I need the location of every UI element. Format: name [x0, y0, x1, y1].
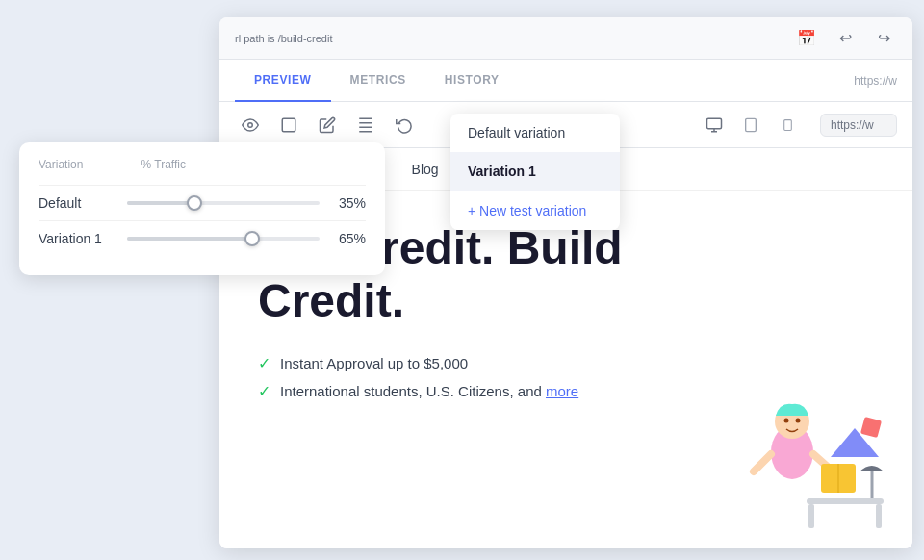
col-traffic: % Traffic — [141, 158, 185, 171]
edit-icon[interactable] — [312, 110, 343, 140]
default-slider[interactable] — [127, 201, 320, 205]
dropdown-menu: Default variation Variation 1 + New test… — [450, 114, 620, 230]
variation1-slider[interactable] — [127, 237, 320, 241]
nav-blog[interactable]: Blog — [412, 162, 439, 177]
svg-rect-23 — [876, 504, 882, 528]
tab-preview[interactable]: PREVIEW — [235, 60, 331, 102]
tab-history[interactable]: HISTORY — [425, 60, 519, 102]
layout-icon[interactable] — [350, 110, 381, 140]
svg-point-26 — [796, 419, 801, 423]
dropdown-variation1[interactable]: Variation 1 — [450, 152, 620, 191]
undo2-icon[interactable] — [389, 110, 420, 140]
undo-icon[interactable]: ↩ — [832, 25, 859, 52]
svg-point-25 — [784, 419, 789, 423]
svg-rect-1 — [282, 118, 295, 132]
feature-1: ✓ Instant Approval up to $5,000 — [258, 354, 874, 372]
svg-rect-21 — [807, 498, 884, 504]
panel-row-variation1: Variation 1 65% — [38, 220, 366, 256]
row-v1-name: Variation 1 — [38, 231, 116, 246]
dropdown-default[interactable]: Default variation — [450, 114, 620, 152]
select-icon[interactable] — [273, 110, 304, 140]
feature-text-2: International students, U.S. Citizens, a… — [280, 383, 578, 399]
editor-window: rl path is /build-credit 📅 ↩ ↪ PREVIEW M… — [219, 17, 912, 548]
feature-more-link[interactable]: more — [546, 383, 578, 399]
row-default-name: Default — [38, 195, 116, 211]
tab-url-text: https://w — [854, 74, 912, 88]
tablet-icon[interactable] — [735, 110, 766, 140]
svg-point-0 — [248, 122, 253, 127]
dropdown-new-variation[interactable]: + New test variation — [450, 191, 620, 230]
illustration — [720, 385, 893, 539]
top-toolbar: rl path is /build-credit 📅 ↩ ↪ — [219, 17, 912, 60]
calendar-icon[interactable]: 📅 — [793, 25, 820, 52]
redo-icon[interactable]: ↪ — [870, 25, 897, 52]
check-icon-2: ✓ — [258, 382, 270, 400]
tab-metrics[interactable]: METRICS — [331, 60, 425, 102]
mobile-icon[interactable] — [772, 110, 803, 140]
feature-text-1: Instant Approval up to $5,000 — [280, 355, 468, 371]
svg-rect-22 — [808, 504, 814, 528]
svg-rect-9 — [746, 118, 757, 131]
variation-panel: Variation % Traffic Default 35% Variatio… — [19, 142, 385, 275]
row-default-pct: 35% — [331, 195, 366, 211]
eye-icon[interactable] — [235, 110, 266, 140]
svg-rect-6 — [707, 118, 722, 129]
col-variation: Variation — [38, 158, 83, 171]
panel-row-default: Default 35% — [38, 185, 366, 220]
desktop-icon[interactable] — [699, 110, 730, 140]
panel-header: Variation % Traffic — [38, 158, 366, 171]
url-input[interactable]: https://w — [820, 114, 897, 137]
url-display: rl path is /build-credit — [235, 33, 782, 44]
device-icons: https://w — [699, 110, 897, 140]
tab-bar: PREVIEW METRICS HISTORY https://w — [219, 60, 912, 102]
svg-rect-11 — [783, 119, 791, 130]
row-v1-pct: 65% — [331, 231, 366, 246]
svg-rect-20 — [860, 417, 882, 438]
check-icon-1: ✓ — [258, 354, 270, 372]
svg-line-15 — [754, 454, 771, 471]
